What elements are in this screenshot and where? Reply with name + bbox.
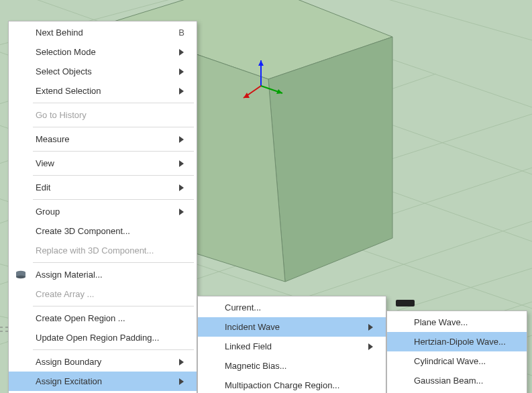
menu-separator [33,175,194,176]
menu-item-plane-wave[interactable]: Plane Wave... [387,313,527,332]
chevron-right-icon [179,209,184,215]
svg-marker-32 [179,88,184,95]
menu-item-select-objects[interactable]: Select Objects [9,62,197,81]
menu-item-view[interactable]: View [9,154,197,173]
menu-item-assign-boundary[interactable]: Assign Boundary [9,352,197,372]
menu-item-label: Go to History [36,105,184,125]
svg-marker-41 [179,378,184,385]
chevron-right-icon [179,68,184,75]
chevron-right-icon [179,160,184,167]
chevron-right-icon [179,184,184,191]
menu-item-label: Update Open Region Padding... [36,328,184,347]
menu-item-group[interactable]: Group [9,202,197,221]
menu-item-magnetic-bias[interactable]: Magnetic Bias... [198,356,386,376]
context-menu-primary: Next BehindBSelection ModeSelect Objects… [8,21,197,393]
menu-item-multipaction-charge-region[interactable]: Multipaction Charge Region... [198,376,386,393]
menu-item-label: Assign Boundary [36,352,163,372]
menu-separator [33,349,194,350]
menu-item-label: Gaussian Beam... [414,371,515,390]
menu-item-label: Current... [225,298,374,317]
menu-item-go-to-history: Go to History [9,105,197,125]
svg-marker-36 [179,209,184,215]
menu-item-linear-antenna-wave[interactable]: Linear Antenna Wave... [387,390,527,393]
menu-item-assign-material[interactable]: Assign Material... [9,265,197,284]
menu-item-create-array: Create Array ... [9,284,197,304]
menu-separator [33,127,194,127]
menu-item-extend-selection[interactable]: Extend Selection [9,81,197,101]
menu-item-label: Edit [36,178,163,197]
menu-item-label: Linear Antenna Wave... [414,390,515,393]
menu-item-measure[interactable]: Measure [9,129,197,149]
svg-marker-40 [179,359,184,366]
submenu-incident-wave: Plane Wave...Hertzian-Dipole Wave...Cyli… [386,311,527,393]
svg-marker-35 [179,184,184,191]
chevron-right-icon [179,378,184,385]
svg-marker-45 [368,324,373,331]
menu-item-label: Multipaction Charge Region... [225,376,374,393]
menu-item-update-open-region-padding[interactable]: Update Open Region Padding... [9,328,197,347]
svg-marker-34 [179,160,184,167]
menu-item-label: Select Objects [36,62,163,81]
svg-marker-30 [179,49,184,56]
chevron-right-icon [179,136,184,143]
menu-item-label: Plane Wave... [414,313,515,332]
menu-item-label: Selection Mode [36,42,163,62]
menu-item-create-3d-component[interactable]: Create 3D Component... [9,221,197,241]
menu-item-label: Create Array ... [36,284,184,304]
menu-item-label: Assign Material... [36,265,184,284]
svg-marker-46 [368,343,373,350]
chevron-right-icon [179,88,184,95]
menu-item-create-open-region[interactable]: Create Open Region ... [9,308,197,328]
menu-item-hertzian-dipole-wave[interactable]: Hertzian-Dipole Wave... [387,332,527,351]
menu-item-label: Next Behind [36,23,162,42]
material-stack-icon [14,268,28,282]
menu-item-linked-field[interactable]: Linked Field [198,337,386,356]
menu-item-label: Extend Selection [36,81,163,101]
menu-item-label: Assign Excitation [36,372,163,391]
menu-item-label: Linked Field [225,337,352,356]
menu-item-label: Measure [36,129,163,149]
menu-item-gaussian-beam[interactable]: Gaussian Beam... [387,371,527,390]
menu-item-label: Replace with 3D Component... [36,241,184,260]
menu-separator [33,262,194,263]
svg-marker-19 [268,37,392,282]
menu-separator [33,199,194,200]
menu-item-replace-with-3d-component: Replace with 3D Component... [9,241,197,260]
menu-item-label: Hertzian-Dipole Wave... [414,332,515,351]
menu-item-incident-wave[interactable]: Incident Wave [198,317,386,337]
menu-item-current[interactable]: Current... [198,298,386,317]
submenu-assign-excitation: Current...Incident WaveLinked FieldMagne… [197,296,386,393]
menu-item-cylindrical-wave[interactable]: Cylindrical Wave... [387,351,527,371]
menu-item-label: View [36,154,163,173]
menu-item-next-behind[interactable]: Next BehindB [9,23,197,42]
menu-item-label: Create 3D Component... [36,221,184,241]
svg-marker-31 [179,68,184,75]
menu-item-label: Cylindrical Wave... [414,351,515,371]
menu-separator [33,103,194,103]
menu-item-assign-excitation[interactable]: Assign Excitation [9,372,197,391]
menu-item-label: Incident Wave [225,317,352,337]
menu-separator [33,151,194,152]
chevron-right-icon [368,324,374,331]
menu-item-label: Create Open Region ... [36,308,184,328]
svg-point-39 [16,275,25,278]
menu-item-label: Group [36,202,163,221]
menu-item-selection-mode[interactable]: Selection Mode [9,42,197,62]
menu-item-shortcut: B [178,23,184,42]
chevron-right-icon [368,343,374,350]
svg-marker-33 [179,136,184,143]
menu-separator [33,306,194,306]
chevron-right-icon [179,49,184,56]
chevron-right-icon [179,359,184,366]
menu-item-edit[interactable]: Edit [9,178,197,197]
svg-rect-27 [396,300,415,306]
menu-item-label: Magnetic Bias... [225,356,374,376]
